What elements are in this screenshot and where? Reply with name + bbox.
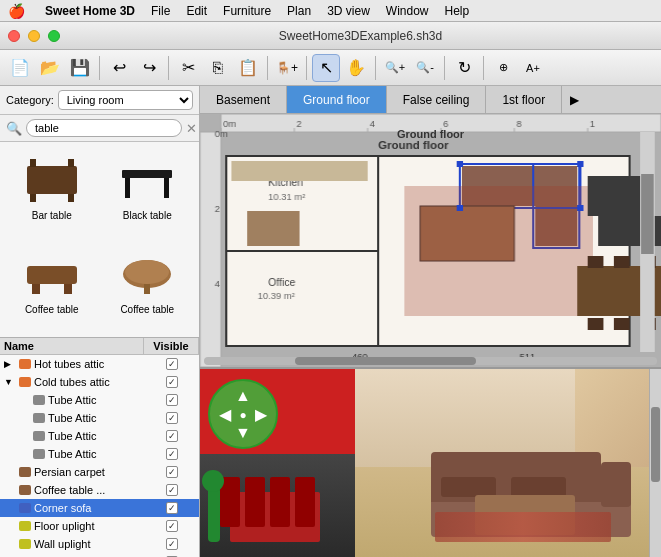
- add-furniture-button[interactable]: 🪑+: [273, 54, 301, 82]
- redo-button[interactable]: ↪: [135, 54, 163, 82]
- tab-1st-floor[interactable]: 1st floor: [486, 86, 562, 113]
- tree-row[interactable]: Persian carpet ✓: [0, 463, 199, 481]
- tree-expand-icon[interactable]: ▼: [4, 377, 16, 387]
- svg-point-12: [125, 260, 169, 284]
- cut-button[interactable]: ✂: [174, 54, 202, 82]
- rotate-button[interactable]: ↻: [450, 54, 478, 82]
- menu-window[interactable]: Window: [386, 4, 429, 18]
- zoom-in-button[interactable]: 🔍+: [381, 54, 409, 82]
- tab-basement[interactable]: Basement: [200, 86, 287, 113]
- new-button[interactable]: 📄: [6, 54, 34, 82]
- tree-item-icon: [19, 467, 31, 477]
- tree-visible-checkbox[interactable]: ✓: [166, 412, 178, 424]
- search-input[interactable]: [26, 119, 182, 137]
- tree-row[interactable]: Wall uplight ✓: [0, 535, 199, 553]
- tree-item-label: Coffee table ...: [34, 484, 144, 496]
- floor-tabs: Basement Ground floor False ceiling 1st …: [200, 86, 661, 114]
- menu-file[interactable]: File: [151, 4, 170, 18]
- svg-rect-13: [144, 284, 150, 294]
- category-bar: Category: Living room Bedroom Kitchen Ba…: [0, 86, 199, 115]
- furniture-thumb: [112, 153, 182, 208]
- tree-item-label: Cold tubes attic: [34, 376, 144, 388]
- open-button[interactable]: 📂: [36, 54, 64, 82]
- tree-visible-checkbox[interactable]: ✓: [166, 394, 178, 406]
- tree-row[interactable]: Wall uplight ✓: [0, 553, 199, 557]
- menu-plan[interactable]: Plan: [287, 4, 311, 18]
- menu-3dview[interactable]: 3D view: [327, 4, 370, 18]
- tree-visible-checkbox[interactable]: ✓: [166, 466, 178, 478]
- separator-4: [306, 56, 307, 80]
- tree-row[interactable]: ▼ Cold tubes attic ✓: [0, 373, 199, 391]
- undo-button[interactable]: ↩: [105, 54, 133, 82]
- tree-visible-checkbox[interactable]: ✓: [166, 376, 178, 388]
- tree-row[interactable]: Floor uplight ✓: [0, 517, 199, 535]
- title-bar: SweetHome3DExample6.sh3d: [0, 22, 661, 50]
- tree-item-icon: [33, 413, 45, 423]
- tree-item-icon: [33, 395, 45, 405]
- nav-up[interactable]: ▲: [234, 387, 252, 405]
- zoom-out-button[interactable]: 🔍-: [411, 54, 439, 82]
- nav-left[interactable]: ◀: [216, 405, 234, 424]
- furniture-item-black-table[interactable]: Black table: [102, 148, 194, 238]
- hand-button[interactable]: ✋: [342, 54, 370, 82]
- plan-wrapper: Ground floor: [200, 114, 661, 353]
- plan-canvas[interactable]: [200, 114, 661, 384]
- scroll-track: [204, 357, 657, 365]
- svg-rect-7: [164, 178, 169, 198]
- furniture-item-bar-table[interactable]: Bar table: [6, 148, 98, 238]
- 3d-vscroll[interactable]: [649, 369, 661, 557]
- category-select[interactable]: Living room Bedroom Kitchen Bathroom Off…: [58, 90, 193, 110]
- tree-row[interactable]: Tube Attic ✓: [0, 445, 199, 463]
- tree-visible-checkbox[interactable]: ✓: [166, 358, 178, 370]
- tree-visible-checkbox[interactable]: ✓: [166, 520, 178, 532]
- tree-visible-checkbox[interactable]: ✓: [166, 484, 178, 496]
- tab-more-button[interactable]: ▶: [562, 89, 587, 111]
- tree-rows-container: ▶ Hot tubes attic ✓ ▼ Cold tubes attic ✓…: [0, 355, 199, 557]
- furniture-item-coffee-table-2[interactable]: Coffee table: [102, 242, 194, 332]
- text-size-button[interactable]: A+: [519, 54, 547, 82]
- close-button[interactable]: [8, 30, 20, 42]
- save-button[interactable]: 💾: [66, 54, 94, 82]
- tab-false-ceiling[interactable]: False ceiling: [387, 86, 487, 113]
- tree-visible-checkbox[interactable]: ✓: [166, 502, 178, 514]
- tab-ground-floor[interactable]: Ground floor: [287, 86, 387, 113]
- furniture-item-coffee-table-1[interactable]: Coffee table: [6, 242, 98, 332]
- menu-furniture[interactable]: Furniture: [223, 4, 271, 18]
- separator-7: [483, 56, 484, 80]
- tree-item-icon: [33, 431, 45, 441]
- nav-control[interactable]: ▲ ◀ ● ▶ ▼: [208, 379, 280, 451]
- maximize-button[interactable]: [48, 30, 60, 42]
- tree-row[interactable]: Corner sofa ✓: [0, 499, 199, 517]
- zoom-plus-button[interactable]: ⊕: [489, 54, 517, 82]
- tree-item-label: Tube Attic: [48, 412, 144, 424]
- tree-row[interactable]: ▶ Hot tubes attic ✓: [0, 355, 199, 373]
- nav-down[interactable]: ▼: [234, 424, 252, 442]
- tree-visible-checkbox[interactable]: ✓: [166, 448, 178, 460]
- toolbar: 📄 📂 💾 ↩ ↪ ✂ ⎘ 📋 🪑+ ↖ ✋ 🔍+ 🔍- ↻ ⊕ A+: [0, 50, 661, 86]
- svg-rect-6: [125, 178, 130, 198]
- tree-visible-checkbox[interactable]: ✓: [166, 430, 178, 442]
- tree-row[interactable]: Tube Attic ✓: [0, 427, 199, 445]
- nav-circle[interactable]: ▲ ◀ ● ▶ ▼: [208, 379, 278, 449]
- tree-item-label: Wall uplight: [34, 538, 144, 550]
- menu-edit[interactable]: Edit: [186, 4, 207, 18]
- menu-app-name[interactable]: Sweet Home 3D: [45, 4, 135, 18]
- clear-search-button[interactable]: ✕: [186, 121, 197, 136]
- object-tree: Name Visible ▶ Hot tubes attic ✓ ▼ Cold …: [0, 337, 199, 557]
- pointer-button[interactable]: ↖: [312, 54, 340, 82]
- menu-help[interactable]: Help: [445, 4, 470, 18]
- tree-row[interactable]: Tube Attic ✓: [0, 391, 199, 409]
- paste-button[interactable]: 📋: [234, 54, 262, 82]
- tree-item-label: Tube Attic: [48, 430, 144, 442]
- tree-expand-icon[interactable]: ▶: [4, 359, 16, 369]
- minimize-button[interactable]: [28, 30, 40, 42]
- window-title: SweetHome3DExample6.sh3d: [68, 29, 653, 43]
- nav-right[interactable]: ▶: [252, 405, 270, 424]
- tree-row[interactable]: Coffee table ... ✓: [0, 481, 199, 499]
- scroll-thumb[interactable]: [295, 357, 476, 365]
- apple-menu[interactable]: 🍎: [8, 3, 25, 19]
- copy-button[interactable]: ⎘: [204, 54, 232, 82]
- tree-row[interactable]: Tube Attic ✓: [0, 409, 199, 427]
- tree-visible-checkbox[interactable]: ✓: [166, 538, 178, 550]
- separator-5: [375, 56, 376, 80]
